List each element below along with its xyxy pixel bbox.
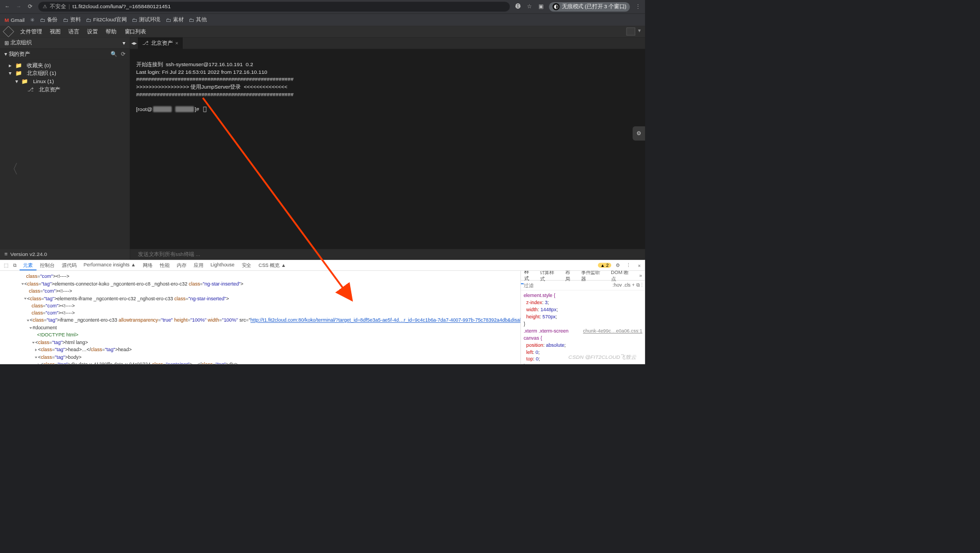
dom-node[interactable]: <class="tag">elements-iframe _ngcontent-… (3, 295, 518, 302)
dropdown-icon[interactable]: ▾ (638, 27, 641, 36)
tab-title: 北京资产 (151, 39, 172, 47)
nav-back-icon[interactable]: ← (4, 4, 11, 10)
translate-icon[interactable]: 🅖 (514, 4, 521, 10)
devtools-tab[interactable]: Performance insights ▲ (80, 260, 139, 271)
tree-linux-group[interactable]: ▾📁 Linux (1) (0, 77, 130, 85)
more-icon[interactable]: ⋮ (624, 263, 633, 269)
incognito-icon: ◐ (553, 3, 560, 10)
devtools-tab[interactable]: 性能 (156, 260, 173, 271)
bookmark-folder[interactable]: 🗀备份 (40, 16, 58, 24)
devtools-tab[interactable]: 网络 (140, 260, 156, 271)
close-icon[interactable]: × (635, 263, 643, 268)
search-icon[interactable]: 🔍 (111, 51, 117, 57)
org-selector[interactable]: ⊞ 北京组织 ▾ (0, 37, 130, 49)
address-bar[interactable]: ⚠ 不安全 | t1.fit2cloud.com/luna/?_=1658480… (38, 2, 510, 11)
devtools-tab[interactable]: 应用 (190, 260, 207, 271)
tab-active[interactable]: ⎇ 北京资产 × (138, 37, 183, 49)
tree-org-group[interactable]: ▾📁 北京组织 (1) (0, 69, 130, 78)
app-menu-item[interactable]: 设置 (87, 28, 98, 36)
layout-toggle-icon[interactable] (627, 27, 635, 36)
sidebar-collapse-icon[interactable]: 〈 (5, 160, 19, 178)
app-menu-item[interactable]: 文件管理 (20, 28, 42, 36)
nav-reload-icon[interactable]: ⟳ (27, 4, 34, 10)
folder-icon: 🗀 (40, 16, 45, 22)
dom-node[interactable]: <class="tag">elements-connector-koko _ng… (3, 280, 518, 287)
app-menu-item[interactable]: 窗口列表 (125, 28, 146, 36)
dom-node[interactable]: <class="tag">body> (3, 353, 518, 360)
styles-toolbar[interactable]: :hov .cls + ⧉ ⋮ (613, 282, 642, 288)
app-menu-item[interactable]: 帮助 (106, 28, 117, 36)
gear-icon[interactable]: ⚙ (614, 263, 622, 269)
terminal-tabs: ◂▸ ⎇ 北京资产 × (130, 37, 645, 49)
app-menu-bar: 文件管理视图语言设置帮助窗口列表 ▾ (0, 26, 645, 37)
bookmark-folder[interactable]: 🗀Fit2Cloud官网 (86, 16, 126, 24)
bookmark-star-icon[interactable]: ☆ (526, 4, 533, 10)
org-label: 北京组织 (10, 39, 32, 47)
folder-icon: 📁 (21, 78, 28, 84)
app-menu-item[interactable]: 视图 (50, 28, 61, 36)
devtools-tab[interactable]: 源代码 (59, 260, 80, 271)
devtools-tab[interactable]: 安全 (238, 260, 255, 271)
star-icon: ✳ (30, 16, 34, 22)
dom-node[interactable]: <class="tag">html lang> (3, 339, 518, 346)
main-area: ⊞ 北京组织 ▾ ▾ 我的资产 🔍 ⟳ ▸📁 收藏夹 (0) ▾📁 北京组织 (… (0, 37, 645, 260)
bookmark-item[interactable]: ✳ (30, 16, 34, 22)
dom-node[interactable]: #document (3, 324, 518, 331)
dom-node[interactable]: class="com"><!----> (3, 272, 518, 280)
devtools-tab[interactable]: Lighthouse (207, 260, 238, 271)
settings-gear-icon[interactable]: ⚙ (633, 126, 645, 141)
tree-asset-item[interactable]: ⎇ 北京资产 (0, 85, 130, 94)
nav-forward-icon[interactable]: → (15, 4, 22, 10)
dom-node[interactable]: class="com"><!----> (3, 302, 518, 309)
refresh-icon[interactable]: ⟳ (121, 51, 125, 57)
incognito-badge[interactable]: ◐ 无痕模式 (已打开 3 个窗口) (549, 2, 630, 11)
browser-toolbar: ← → ⟳ ⚠ 不安全 | t1.fit2cloud.com/luna/?_=1… (0, 0, 645, 13)
bookmark-gmail[interactable]: M Gmail (4, 16, 25, 22)
asset-sidebar: ⊞ 北京组织 ▾ ▾ 我的资产 🔍 ⟳ ▸📁 收藏夹 (0) ▾📁 北京组织 (… (0, 37, 130, 260)
insecure-icon: ⚠ (43, 4, 47, 10)
styles-filter-input[interactable] (524, 283, 610, 288)
info-icon: ≡ (4, 251, 8, 257)
app-menu-item[interactable]: 语言 (68, 28, 79, 36)
bookmark-folder[interactable]: 🗀素材 (166, 16, 184, 24)
gmail-icon: M (4, 16, 9, 22)
dom-node[interactable]: <class="tag">head>…</class="tag">head> (3, 346, 518, 353)
cursor-icon (203, 107, 206, 112)
blurred-hostname (153, 107, 172, 113)
dom-node[interactable]: <class="tag">iframe _ngcontent-ero-c33 a… (3, 317, 518, 324)
bookmark-folder[interactable]: 🗀资料 (63, 16, 81, 24)
my-assets-header[interactable]: ▾ 我的资产 🔍 ⟳ (0, 49, 130, 60)
broadcast-input[interactable]: 发送文本到所有ssh终端 ... (130, 249, 645, 260)
terminal-output[interactable]: 开始连接到 ssh-systemuser@172.16.10.191 0.2 L… (130, 49, 645, 249)
devtools-tab[interactable]: CSS 概览 ▲ (255, 260, 289, 271)
devtools-tab[interactable]: 元素 (20, 260, 37, 271)
sidebar-footer: ≡ Version v2.24.0 (0, 249, 130, 260)
dom-node[interactable]: class="com"><!----> (3, 309, 518, 316)
tree-favorites[interactable]: ▸📁 收藏夹 (0) (0, 61, 130, 69)
styles-subtab[interactable]: » (636, 271, 645, 280)
devtools-tab[interactable]: 内存 (173, 260, 190, 271)
app-logo-icon[interactable] (3, 26, 14, 37)
folder-icon: 🗀 (86, 16, 91, 22)
devtools-tabs: ⬚ ⧉ 元素控制台源代码Performance insights ▲网络性能内存… (0, 260, 645, 271)
folder-icon: 🗀 (132, 16, 137, 22)
panel-icon[interactable]: ▣ (537, 4, 544, 10)
bookmark-folder[interactable]: 🗀其他 (189, 16, 207, 24)
devtools-tab[interactable]: 控制台 (37, 260, 59, 271)
dom-node[interactable]: class="com"><!----> (3, 287, 518, 294)
browser-menu-icon[interactable]: ⋮ (634, 4, 641, 10)
asset-tree: ▸📁 收藏夹 (0) ▾📁 北京组织 (1) ▾📁 Linux (1) ⎇ 北京… (0, 60, 130, 95)
devtools-panel: ⬚ ⧉ 元素控制台源代码Performance insights ▲网络性能内存… (0, 260, 645, 364)
dom-tree[interactable]: class="com"><!----> <class="tag">element… (0, 271, 520, 364)
dom-node[interactable]: <class="tag">div data-v-41280ffe data-v-… (3, 360, 518, 364)
dom-node[interactable]: <!DOCTYPE html> (3, 331, 518, 339)
warnings-badge[interactable]: ▲ 2 (598, 263, 611, 267)
terminal-icon: ⎇ (27, 86, 33, 92)
tab-collapse-icon[interactable]: ◂▸ (130, 40, 138, 46)
inspect-icon[interactable]: ⬚ (2, 263, 10, 269)
device-icon[interactable]: ⧉ (11, 263, 19, 269)
terminal-prompt: [root@ ]# (136, 106, 639, 113)
close-icon[interactable]: × (175, 40, 178, 46)
style-rule[interactable]: element.style { z-index: 3; width: 1448p… (524, 292, 642, 328)
bookmark-folder[interactable]: 🗀测试环境 (132, 16, 160, 24)
